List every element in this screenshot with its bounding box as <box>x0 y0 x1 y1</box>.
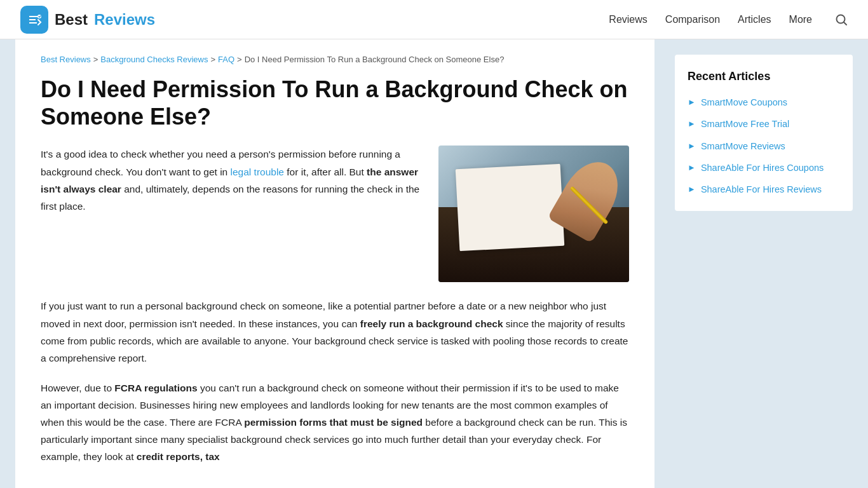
breadcrumb-sep-1: > <box>93 55 98 64</box>
list-item: ► ShareAble For Hires Coupons <box>688 161 840 174</box>
arrow-icon-3: ► <box>688 141 696 151</box>
article-paragraph-2: If you just want to run a personal backg… <box>41 297 629 367</box>
bold-freely-run: freely run a background check <box>360 318 503 329</box>
bold-fcra: FCRA regulations <box>114 383 197 393</box>
arrow-icon-4: ► <box>688 163 696 172</box>
breadcrumb-faq[interactable]: FAQ <box>218 55 234 64</box>
sidebar-list: ► SmartMove Coupons ► SmartMove Free Tri… <box>688 96 840 196</box>
breadcrumb-home[interactable]: Best Reviews <box>41 55 91 64</box>
nav-more[interactable]: More <box>789 14 812 25</box>
search-button[interactable] <box>835 13 848 26</box>
bold-permission-forms: permission forms that must be signed <box>244 417 423 428</box>
article-paragraph-2-wrapper: If you just want to run a personal backg… <box>41 297 629 367</box>
main-content: Best Reviews > Background Checks Reviews… <box>15 39 654 488</box>
article-title: Do I Need Permission To Run a Background… <box>41 76 629 130</box>
sidebar-link-3[interactable]: SmartMove Reviews <box>701 140 785 152</box>
arrow-icon-2: ► <box>688 119 696 128</box>
main-nav: Reviews Comparison Articles More <box>609 13 848 26</box>
article-image-container <box>438 146 629 282</box>
article-paragraph-3-wrapper: However, due to FCRA regulations you can… <box>41 379 629 466</box>
legal-trouble-link[interactable]: legal trouble <box>231 166 284 177</box>
breadcrumb-sep-2: > <box>210 55 215 64</box>
sidebar-link-1[interactable]: SmartMove Coupons <box>701 96 787 109</box>
list-item: ► SmartMove Free Trial <box>688 118 840 130</box>
sidebar-link-5[interactable]: ShareAble For Hires Reviews <box>701 183 822 196</box>
article-paragraph-3: However, due to FCRA regulations you can… <box>41 379 629 466</box>
article-intro-section: It's a good idea to check whether you ne… <box>41 146 629 282</box>
hand-decoration <box>547 152 629 243</box>
logo-text-reviews: Reviews <box>94 11 155 29</box>
sidebar-card: Recent Articles ► SmartMove Coupons ► Sm… <box>675 55 853 211</box>
article-paragraph-1: It's a good idea to check whether you ne… <box>41 146 421 215</box>
nav-articles[interactable]: Articles <box>738 14 771 25</box>
nav-reviews[interactable]: Reviews <box>609 14 647 25</box>
breadcrumb-current: Do I Need Permission To Run a Background… <box>245 55 505 64</box>
nav-comparison[interactable]: Comparison <box>665 14 720 25</box>
breadcrumb-sep-3: > <box>237 55 242 64</box>
article-image <box>438 146 629 282</box>
article-intro-text: It's a good idea to check whether you ne… <box>41 146 421 282</box>
logo-icon <box>20 6 48 34</box>
sidebar: Recent Articles ► SmartMove Coupons ► Sm… <box>675 39 853 488</box>
logo[interactable]: Best Reviews <box>20 6 155 34</box>
sidebar-link-4[interactable]: ShareAble For Hires Coupons <box>701 161 824 174</box>
arrow-icon-1: ► <box>688 97 696 107</box>
page-wrapper: Best Reviews > Background Checks Reviews… <box>0 39 868 488</box>
article-body: It's a good idea to check whether you ne… <box>41 146 629 465</box>
list-item: ► SmartMove Reviews <box>688 140 840 152</box>
breadcrumb-bg-reviews[interactable]: Background Checks Reviews <box>100 55 208 64</box>
logo-text-best: Best <box>55 11 88 29</box>
breadcrumb: Best Reviews > Background Checks Reviews… <box>41 55 629 64</box>
arrow-icon-5: ► <box>688 184 696 194</box>
sidebar-title: Recent Articles <box>688 70 840 83</box>
list-item: ► ShareAble For Hires Reviews <box>688 183 840 196</box>
list-item: ► SmartMove Coupons <box>688 96 840 109</box>
sidebar-link-2[interactable]: SmartMove Free Trial <box>701 118 789 130</box>
header: Best Reviews Reviews Comparison Articles… <box>0 0 868 39</box>
bold-credit-reports: credit reports, tax <box>137 451 220 462</box>
